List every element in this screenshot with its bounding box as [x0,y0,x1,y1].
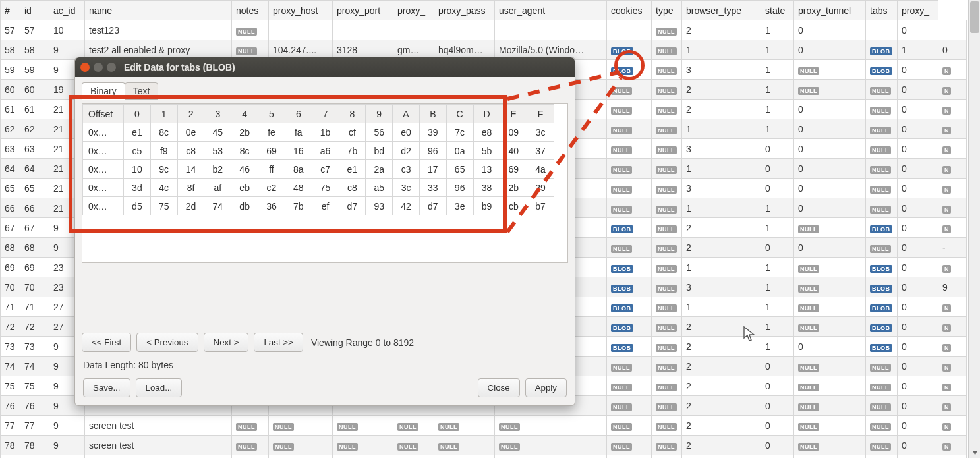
table-cell[interactable] [434,455,495,459]
table-cell[interactable]: - [938,238,967,258]
hex-cell[interactable]: c5 [124,142,151,160]
table-cell[interactable]: NULL [652,277,682,297]
hex-cell[interactable]: fa [285,123,312,142]
table-cell[interactable]: 58 [1,40,20,60]
table-cell[interactable]: 61 [1,100,20,119]
column-header[interactable]: tabs [866,1,898,20]
table-cell[interactable]: 1 [761,20,794,40]
table-cell[interactable]: NULL [232,436,269,455]
column-header[interactable]: proxy_pass [434,1,495,20]
table-cell[interactable]: NULL [866,139,898,159]
column-header[interactable]: user_agent [495,1,607,20]
column-header[interactable]: name [85,1,232,20]
table-cell[interactable]: 0 [794,40,866,60]
table-cell[interactable]: 1 [761,317,794,337]
table-cell[interactable]: 1 [682,297,761,317]
hex-cell[interactable]: 9c [150,160,177,179]
table-cell[interactable]: NULL [434,416,495,436]
table-cell[interactable] [898,455,938,459]
table-cell[interactable]: 66 [1,198,20,218]
table-cell[interactable]: NULL [794,80,866,100]
table-cell[interactable]: NULL [607,238,652,258]
table-cell[interactable]: NULL [652,198,682,218]
table-cell[interactable]: 74 [20,357,49,376]
table-cell[interactable]: N [938,396,967,416]
table-cell[interactable] [393,20,434,40]
table-cell[interactable]: NULL [607,119,652,139]
table-cell[interactable]: NULL [794,376,866,396]
table-cell[interactable]: 2 [682,337,761,357]
table-cell[interactable]: test123 [85,20,232,40]
table-cell[interactable]: NULL [652,297,682,317]
table-cell[interactable]: 1 [761,218,794,238]
column-header[interactable]: proxy_ [393,1,434,20]
table-cell[interactable]: NULL [269,416,333,436]
table-cell[interactable]: NULL [652,238,682,258]
table-cell[interactable]: NULL [652,20,682,40]
hex-cell[interactable]: c8 [339,179,366,197]
table-cell[interactable]: 64 [1,159,20,179]
table-cell[interactable]: NULL [866,119,898,139]
table-cell[interactable]: BLOB [607,40,652,60]
table-cell[interactable]: NULL [495,436,607,455]
table-cell[interactable]: screen test [85,455,232,459]
table-cell[interactable]: 0 [794,337,866,357]
table-cell[interactable]: 0 [898,238,938,258]
hex-cell[interactable]: 75 [312,179,339,197]
table-cell[interactable]: BLOB [866,40,898,60]
table-cell[interactable]: 62 [20,119,49,139]
table-cell[interactable]: NULL [652,376,682,396]
hex-cell[interactable]: e1 [339,160,366,179]
table-cell[interactable] [333,20,393,40]
table-cell[interactable]: NULL [652,258,682,277]
table-cell[interactable]: NULL [794,60,866,80]
table-row[interactable]: 78789screen testNULLNULLNULLNULLNULLNULL… [1,436,967,455]
hex-cell[interactable]: 0x… [83,197,124,215]
table-cell[interactable] [607,455,652,459]
hex-cell[interactable]: a5 [366,179,393,197]
table-cell[interactable]: BLOB [607,297,652,317]
hex-cell[interactable]: 56 [366,123,393,142]
table-cell[interactable]: 0 [898,60,938,80]
table-cell[interactable]: 1 [761,60,794,80]
table-cell[interactable]: NULL [607,80,652,100]
table-cell[interactable]: NULL [652,40,682,60]
hex-cell[interactable]: d7 [339,197,366,215]
column-header[interactable]: ac_id [49,1,85,20]
vertical-scrollbar[interactable]: ▾ [968,0,980,458]
table-cell[interactable]: BLOB [866,297,898,317]
table-row[interactable]: 79799screen test [1,455,967,459]
close-button[interactable]: Close [478,378,520,397]
column-header[interactable]: browser_type [682,1,761,20]
hex-row[interactable]: 0x…d5752d74db367befd79342d73eb9cbb7 [83,197,554,215]
table-cell[interactable]: NULL [794,416,866,436]
table-cell[interactable]: 0 [761,416,794,436]
table-cell[interactable]: 0 [898,357,938,376]
table-cell[interactable]: 68 [20,238,49,258]
table-cell[interactable]: N [938,198,967,218]
table-cell[interactable] [938,455,967,459]
table-cell[interactable]: NULL [652,60,682,80]
hex-cell[interactable]: 93 [366,197,393,215]
hex-cell[interactable]: 7b [339,142,366,160]
table-cell[interactable]: 0 [898,258,938,277]
table-cell[interactable]: NULL [866,416,898,436]
hex-cell[interactable]: 2b [231,123,258,142]
table-cell[interactable] [269,20,333,40]
table-cell[interactable]: 2 [682,376,761,396]
table-cell[interactable]: NULL [794,258,866,277]
table-cell[interactable]: BLOB [607,258,652,277]
table-cell[interactable]: 0 [794,119,866,139]
hex-cell[interactable]: 40 [500,142,527,160]
hex-cell[interactable]: b7 [527,197,554,215]
hex-cell[interactable]: db [231,197,258,215]
table-cell[interactable]: NULL [495,416,607,436]
table-cell[interactable]: 1 [761,119,794,139]
table-cell[interactable] [938,20,967,40]
table-cell[interactable] [232,455,269,459]
table-cell[interactable]: NULL [652,396,682,416]
hex-cell[interactable]: 33 [419,179,446,197]
table-cell[interactable]: 0 [898,416,938,436]
scrollbar-thumb[interactable] [970,1,979,33]
table-cell[interactable]: 1 [761,40,794,60]
